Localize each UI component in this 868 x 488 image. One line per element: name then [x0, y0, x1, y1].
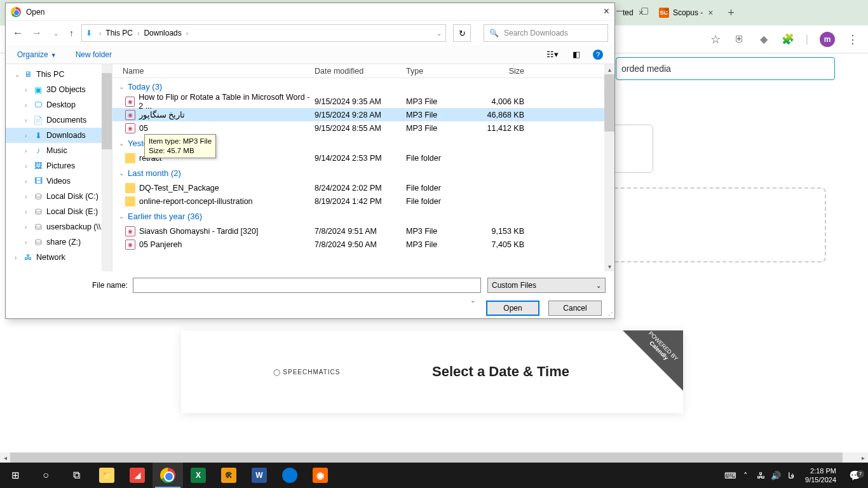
- file-row[interactable]: ◉Siavash Ghomayshi - Tardid [320]7/8/202…: [112, 224, 614, 238]
- close-tab-icon[interactable]: ×: [708, 8, 713, 18]
- page-horizontal-scrollbar[interactable]: ◂ ▸: [0, 452, 868, 463]
- tree-item[interactable]: ›⛁Local Disk (C:): [6, 189, 112, 204]
- refresh-button[interactable]: ↻: [453, 24, 471, 42]
- file-row[interactable]: online-report-concept-illustration8/19/2…: [112, 194, 614, 208]
- minimize-icon[interactable]: —: [616, 5, 625, 15]
- expand-icon[interactable]: ›: [25, 239, 32, 246]
- nav-back-icon[interactable]: ←: [12, 27, 24, 39]
- tray-network-icon[interactable]: 🖧: [753, 471, 768, 480]
- folder-tree[interactable]: ⌄🖥This PC›▣3D Objects›🖵Desktop›📄Document…: [6, 64, 112, 271]
- addr-dropdown-icon[interactable]: ⌄: [437, 30, 442, 37]
- tree-item[interactable]: ⌄🖥This PC: [6, 67, 112, 82]
- open-button[interactable]: Open: [486, 301, 539, 316]
- scroll-thumb[interactable]: [604, 74, 614, 132]
- column-size[interactable]: Size: [480, 67, 529, 76]
- nav-forward-icon[interactable]: →: [31, 27, 43, 39]
- scroll-left-icon[interactable]: ◂: [0, 452, 10, 463]
- scroll-down-icon[interactable]: ▾: [604, 261, 614, 271]
- expand-icon[interactable]: ›: [25, 147, 32, 154]
- security-icon[interactable]: ◆: [757, 33, 770, 46]
- expand-icon[interactable]: ›: [25, 224, 32, 231]
- expand-icon[interactable]: ›: [15, 254, 22, 261]
- scroll-right-icon[interactable]: ▸: [858, 452, 868, 463]
- filename-dropdown-icon[interactable]: ⌄: [466, 293, 479, 307]
- cancel-button[interactable]: Cancel: [548, 301, 602, 316]
- expand-icon[interactable]: ›: [25, 163, 32, 170]
- extensions-icon[interactable]: 🧩: [782, 33, 794, 46]
- column-name[interactable]: Name: [112, 67, 315, 76]
- tree-item[interactable]: ›⬇Downloads: [6, 128, 112, 143]
- new-folder-button[interactable]: New folder: [76, 50, 112, 59]
- expand-icon[interactable]: ›: [25, 208, 32, 215]
- expand-icon[interactable]: ⌄: [15, 71, 22, 78]
- notifications-button[interactable]: 💬7: [843, 470, 868, 482]
- column-type[interactable]: Type: [406, 67, 480, 76]
- bookmark-star-icon[interactable]: ☆: [709, 33, 722, 46]
- menu-icon[interactable]: ⋮: [846, 33, 859, 46]
- tree-item[interactable]: ›⛁Local Disk (E:): [6, 204, 112, 219]
- nav-up-icon[interactable]: ↑: [69, 28, 74, 38]
- taskbar-app-tools[interactable]: 🛠: [214, 463, 244, 488]
- maximize-icon[interactable]: ▢: [641, 5, 649, 15]
- tree-item[interactable]: ›⛁share (Z:): [6, 234, 112, 250]
- taskbar-app-excel[interactable]: X: [183, 463, 214, 488]
- preview-pane-button[interactable]: ◧: [569, 48, 584, 61]
- taskbar-app-word[interactable]: W: [244, 463, 275, 488]
- file-row[interactable]: ◉059/15/2024 8:55 AMMP3 File11,412 KB: [112, 121, 614, 135]
- expand-icon[interactable]: ›: [25, 132, 32, 139]
- tray-up-icon[interactable]: ˄: [738, 471, 753, 480]
- dialog-titlebar[interactable]: Open ×: [6, 3, 614, 21]
- tree-item[interactable]: ›♪Music: [6, 143, 112, 158]
- nav-history-icon[interactable]: ⌄: [50, 30, 62, 37]
- taskbar-app-foxit[interactable]: ◉: [305, 463, 336, 488]
- group-header[interactable]: ⌄Last month (2): [112, 165, 614, 181]
- profile-avatar[interactable]: m: [820, 32, 835, 47]
- calendly-widget[interactable]: ◯ SPEECHMATICS Select a Date & Time POWE…: [181, 330, 683, 413]
- organize-menu[interactable]: Organize▼: [17, 50, 57, 59]
- taskbar-app-chrome[interactable]: [153, 463, 183, 488]
- tree-item[interactable]: ›▣3D Objects: [6, 82, 112, 97]
- close-icon[interactable]: ×: [664, 5, 669, 15]
- tree-item[interactable]: ›🖵Desktop: [6, 97, 112, 112]
- list-scrollbar[interactable]: ▴ ▾: [604, 64, 614, 271]
- scroll-thumb[interactable]: [10, 452, 843, 463]
- tree-item[interactable]: ›🖼Pictures: [6, 158, 112, 173]
- tray-volume-icon[interactable]: 🔊: [768, 471, 783, 480]
- expand-icon[interactable]: ›: [25, 102, 32, 109]
- tray-clock[interactable]: 2:18 PM 9/15/2024: [799, 466, 843, 484]
- file-row[interactable]: ◉تاریخ سنگاپور9/15/2024 9:28 AMMP3 File4…: [112, 108, 614, 121]
- help-button[interactable]: ?: [593, 50, 603, 60]
- view-mode-button[interactable]: ☷▾: [545, 48, 560, 61]
- tree-item[interactable]: ›📄Documents: [6, 112, 112, 128]
- expand-icon[interactable]: ›: [25, 86, 32, 93]
- scroll-up-icon[interactable]: ▴: [604, 64, 614, 74]
- tree-item[interactable]: ›🎞Videos: [6, 173, 112, 189]
- close-button[interactable]: ×: [604, 6, 609, 17]
- taskbar-app-edge[interactable]: [275, 463, 305, 488]
- file-row[interactable]: ◉How to Flip or Rotate a Table in Micros…: [112, 95, 614, 108]
- new-tab-button[interactable]: +: [722, 3, 740, 23]
- tree-item[interactable]: ›🖧Network: [6, 250, 112, 265]
- group-header[interactable]: ⌄Earlier this year (36): [112, 208, 614, 224]
- expand-icon[interactable]: ›: [25, 193, 32, 200]
- resize-grip[interactable]: ⋰: [606, 313, 613, 317]
- file-type-filter[interactable]: Custom Files⌄: [487, 278, 606, 293]
- tray-keyboard-icon[interactable]: ⌨: [722, 471, 738, 480]
- tree-scrollbar[interactable]: [102, 64, 112, 271]
- search-button[interactable]: ○: [31, 463, 61, 488]
- shield-icon[interactable]: ⛨: [733, 33, 746, 46]
- filename-input[interactable]: [133, 278, 481, 293]
- search-input[interactable]: 🔍 Search Downloads: [484, 24, 608, 42]
- expand-icon[interactable]: ›: [25, 178, 32, 185]
- taskbar-app-explorer[interactable]: 📁: [92, 463, 122, 488]
- taskbar-app-anydesk[interactable]: ◢: [122, 463, 153, 488]
- start-button[interactable]: ⊞: [0, 463, 31, 488]
- scroll-thumb[interactable]: [102, 73, 112, 149]
- tray-language[interactable]: فا: [783, 471, 799, 480]
- address-bar[interactable]: ⬇ › This PC › Downloads › ⌄: [81, 24, 446, 42]
- file-row[interactable]: DQ-Test_EN_Package8/24/2024 2:02 PMFile …: [112, 181, 614, 194]
- tree-item[interactable]: ›⛁usersbackup (\\1: [6, 219, 112, 234]
- breadcrumb-item[interactable]: Downloads: [144, 29, 181, 37]
- column-date[interactable]: Date modified: [315, 67, 406, 76]
- recorded-media-box[interactable]: orded media: [616, 57, 835, 80]
